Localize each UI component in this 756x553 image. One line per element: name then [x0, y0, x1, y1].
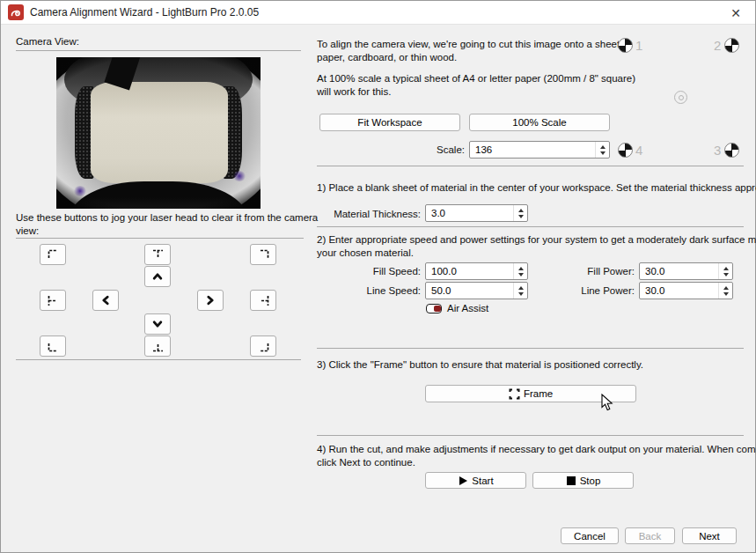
corner-top-right-icon	[258, 249, 269, 261]
step2-line1: 2) Enter appropriate speed and power set…	[317, 233, 756, 247]
spinner-arrows-icon[interactable]	[718, 263, 732, 279]
scale-label: Scale:	[400, 144, 465, 156]
scale-input[interactable]: 136	[469, 141, 610, 159]
spinner-arrows-icon[interactable]	[513, 263, 527, 279]
jog-down-button[interactable]	[144, 313, 171, 335]
divider	[16, 50, 301, 51]
jog-corner-bottom-right-button[interactable]	[250, 335, 276, 357]
line-speed-label: Line Speed:	[343, 284, 421, 297]
marker-number-4: 4	[635, 143, 642, 158]
jog-corner-top-right-button[interactable]	[250, 244, 276, 265]
line-speed-value[interactable]: 50.0	[426, 283, 513, 299]
marker-number-3: 3	[714, 143, 721, 158]
intro2-line1: At 100% scale a typical sheet of A4 or l…	[317, 72, 635, 85]
jog-corner-bottom-left-button[interactable]	[40, 335, 66, 357]
registration-marker-4-icon	[618, 143, 633, 158]
right-edge-icon	[258, 295, 269, 306]
bottom-edge-icon	[152, 341, 164, 352]
divider	[317, 348, 744, 349]
fill-speed-input[interactable]: 100.0	[425, 262, 528, 280]
jog-right-edge-button[interactable]	[250, 290, 276, 311]
play-icon	[458, 476, 468, 486]
corner-bottom-right-icon	[258, 341, 269, 352]
chevron-left-icon	[99, 294, 112, 306]
back-button[interactable]: Back	[625, 527, 675, 544]
spinner-arrows-icon[interactable]	[513, 283, 527, 299]
stop-square-icon	[566, 476, 576, 486]
jog-left-button[interactable]	[92, 290, 119, 311]
step1-text: 1) Place a blank sheet of material in th…	[317, 181, 756, 195]
fill-speed-value[interactable]: 100.0	[426, 263, 513, 279]
close-icon[interactable]: ✕	[727, 4, 745, 22]
divider	[317, 226, 744, 227]
fill-speed-label: Fill Speed:	[343, 265, 421, 277]
jog-instruction-line1: Use these buttons to jog your laser head…	[16, 211, 318, 225]
registration-marker-2-icon	[724, 38, 739, 53]
stop-button-label: Stop	[580, 476, 601, 486]
divider	[16, 238, 304, 239]
registration-marker-1-icon	[618, 38, 633, 53]
chevron-up-icon	[151, 270, 164, 283]
center-target-icon	[674, 91, 687, 104]
frame-button-label: Frame	[524, 388, 553, 399]
marker-number-1: 1	[635, 38, 642, 53]
stop-button[interactable]: Stop	[532, 472, 634, 489]
material-thickness-value[interactable]: 3.0	[426, 205, 513, 221]
spinner-arrows-icon[interactable]	[513, 205, 527, 221]
corner-top-left-icon	[48, 249, 59, 261]
chevron-down-icon	[151, 318, 164, 330]
divider	[317, 435, 744, 436]
step4-line1: 4) Run the cut, and make adjustments if …	[317, 443, 756, 456]
divider	[317, 166, 744, 166]
next-button[interactable]: Next	[682, 527, 737, 544]
jog-bottom-edge-button[interactable]	[144, 335, 171, 357]
line-speed-input[interactable]: 50.0	[425, 282, 528, 299]
jog-top-edge-button[interactable]	[144, 244, 171, 265]
mouse-cursor	[601, 394, 614, 412]
air-assist-knob	[434, 306, 441, 312]
marker-number-2: 2	[714, 38, 721, 53]
jog-left-edge-button[interactable]	[40, 290, 66, 311]
jog-right-button[interactable]	[197, 290, 224, 311]
air-assist-label: Air Assist	[447, 302, 488, 315]
title-bar: Camera Alignment Wizard - LightBurn Pro …	[1, 1, 755, 25]
step2-line2: your chosen material.	[317, 247, 414, 260]
left-edge-icon	[48, 295, 59, 306]
chevron-right-icon	[204, 294, 217, 306]
intro-line1: To align the camera view, we're going to…	[317, 38, 631, 51]
fill-power-value[interactable]: 30.0	[640, 263, 718, 279]
line-power-input[interactable]: 30.0	[639, 282, 733, 299]
cancel-button[interactable]: Cancel	[561, 527, 619, 544]
start-button[interactable]: Start	[425, 472, 526, 489]
step4-line2: click Next to continue.	[317, 456, 415, 469]
window-title: Camera Alignment Wizard - LightBurn Pro …	[30, 6, 259, 18]
scale-100-button[interactable]: 100% Scale	[469, 114, 610, 131]
material-thickness-label: Material Thickness:	[317, 208, 421, 220]
line-power-value[interactable]: 30.0	[640, 283, 718, 299]
material-thickness-input[interactable]: 3.0	[425, 204, 528, 222]
jog-instruction-line2: view:	[16, 225, 39, 238]
divider	[16, 359, 301, 360]
start-button-label: Start	[472, 476, 493, 486]
camera-view-label: Camera View:	[16, 35, 79, 48]
fill-power-input[interactable]: 30.0	[639, 262, 733, 280]
registration-marker-3-icon	[724, 143, 739, 158]
fill-power-label: Fill Power:	[563, 265, 635, 277]
jog-corner-top-left-button[interactable]	[40, 244, 66, 265]
intro-line2: paper, cardboard, or thin wood.	[317, 51, 457, 64]
camera-alignment-wizard-window: Camera Alignment Wizard - LightBurn Pro …	[0, 0, 756, 553]
fit-workspace-button[interactable]: Fit Workspace	[319, 114, 460, 131]
camera-view-image	[56, 57, 261, 209]
intro2-line2: will work for this.	[317, 85, 391, 99]
step3-text: 3) Click the "Frame" button to ensure th…	[317, 358, 643, 372]
jog-up-button[interactable]	[144, 266, 171, 287]
top-edge-icon	[152, 249, 164, 261]
corner-bottom-left-icon	[48, 341, 59, 352]
spinner-arrows-icon[interactable]	[718, 283, 732, 299]
lightburn-logo-icon	[8, 4, 24, 20]
spinner-arrows-icon[interactable]	[595, 142, 609, 158]
line-power-label: Line Power:	[563, 284, 635, 297]
air-assist-toggle[interactable]	[426, 304, 442, 313]
fisheye-vignette	[56, 57, 261, 209]
scale-value[interactable]: 136	[470, 142, 595, 158]
